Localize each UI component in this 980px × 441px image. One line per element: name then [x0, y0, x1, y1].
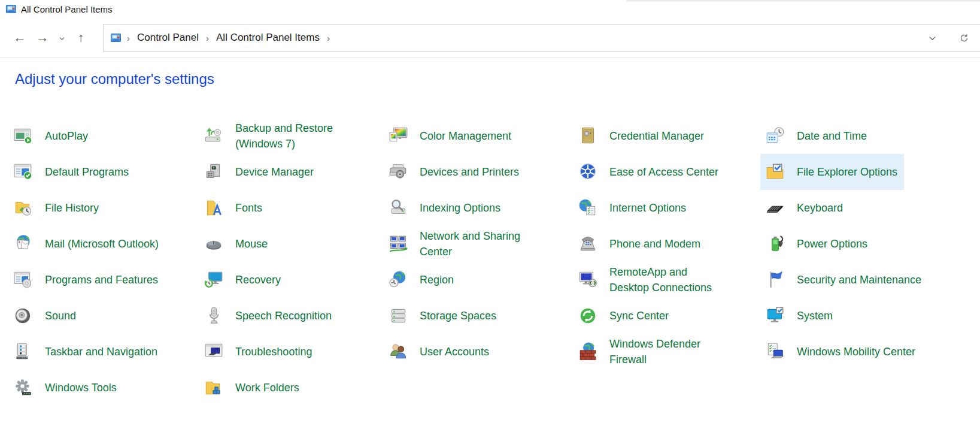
item-label: Date and Time [797, 128, 867, 144]
forward-button[interactable]: → [31, 26, 54, 49]
cp-item-autoplay[interactable]: AutoPlay [8, 118, 199, 154]
recovery-icon [204, 270, 224, 290]
cp-item-programs-and-features[interactable]: Programs and Features [8, 262, 199, 298]
color-management-icon [388, 126, 408, 146]
recent-locations-chevron-icon[interactable] [54, 26, 69, 49]
work-folders-icon [204, 377, 224, 398]
item-label: Devices and Printers [420, 164, 519, 180]
cp-item-windows-defender-firewall[interactable]: Windows Defender Firewall [573, 334, 760, 370]
item-label: Taskbar and Navigation [45, 344, 157, 360]
devices-and-printers-icon [388, 162, 408, 182]
address-dropdown-chevron-icon[interactable] [923, 29, 941, 47]
item-label: Windows Tools [45, 380, 117, 395]
cp-item-system[interactable]: System [760, 298, 904, 334]
cp-item-color-management[interactable]: Color Management [383, 118, 573, 154]
cp-item-windows-mobility-center[interactable]: Windows Mobility Center [760, 334, 904, 370]
cp-item-indexing-options[interactable]: Indexing Options [383, 190, 573, 226]
item-label: Phone and Modem [609, 236, 700, 252]
cp-item-troubleshooting[interactable]: Troubleshooting [199, 334, 383, 370]
cp-item-keyboard[interactable]: Keyboard [760, 190, 904, 226]
item-label: Default Programs [45, 164, 129, 180]
item-label: Backup and Restore (Windows 7) [235, 120, 334, 152]
cp-item-sound[interactable]: Sound [8, 298, 199, 334]
cp-item-work-folders[interactable]: Work Folders [199, 370, 383, 406]
refresh-icon[interactable] [955, 29, 973, 47]
windows-tools-icon [13, 377, 34, 398]
ease-of-access-center-icon [578, 162, 598, 182]
cp-item-backup-and-restore[interactable]: Backup and Restore (Windows 7) [199, 118, 383, 154]
item-label: Color Management [420, 128, 511, 144]
item-label: Work Folders [235, 380, 299, 395]
breadcrumb-chevron-icon[interactable]: › [126, 33, 131, 43]
cp-item-network-and-sharing-center[interactable]: Network and Sharing Center [383, 226, 573, 262]
item-label: Power Options [797, 236, 867, 252]
network-and-sharing-center-icon [388, 234, 408, 254]
user-accounts-icon [388, 342, 408, 362]
breadcrumb-control-panel[interactable]: Control Panel [136, 31, 200, 45]
cp-item-mail[interactable]: Mail (Microsoft Outlook) [8, 226, 199, 262]
item-label: Internet Options [609, 200, 686, 216]
credential-manager-icon [578, 126, 598, 146]
item-label: Fonts [235, 200, 262, 216]
breadcrumb-all-control-panel-items[interactable]: All Control Panel Items [215, 31, 321, 45]
mail-icon [13, 234, 34, 254]
cp-item-file-explorer-options[interactable]: File Explorer Options [760, 154, 904, 190]
item-label: File History [45, 200, 99, 216]
autoplay-icon [13, 126, 34, 146]
item-label: File Explorer Options [797, 164, 897, 180]
remoteapp-and-desktop-connections-icon [578, 270, 598, 290]
address-bar[interactable]: › Control Panel › All Control Panel Item… [103, 24, 980, 52]
cp-item-user-accounts[interactable]: User Accounts [383, 334, 573, 370]
taskbar-and-navigation-icon [13, 342, 34, 362]
file-explorer-options-icon [765, 162, 785, 182]
cp-item-power-options[interactable]: Power Options [760, 226, 904, 262]
phone-and-modem-icon [578, 234, 598, 254]
cp-item-mouse[interactable]: Mouse [199, 226, 383, 262]
navigation-toolbar: ← → ↑ › Control Panel › All Control Pane… [0, 18, 980, 58]
programs-and-features-icon [13, 270, 34, 290]
item-label: System [797, 308, 833, 324]
cp-item-speech-recognition[interactable]: Speech Recognition [199, 298, 383, 334]
cp-item-fonts[interactable]: Fonts [199, 190, 383, 226]
up-button[interactable]: ↑ [69, 26, 92, 49]
cp-item-security-and-maintenance[interactable]: Security and Maintenance [760, 262, 904, 298]
item-label: Sync Center [609, 308, 669, 324]
cp-item-internet-options[interactable]: Internet Options [573, 190, 760, 226]
cp-item-date-and-time[interactable]: Date and Time [760, 118, 904, 154]
item-label: Troubleshooting [235, 344, 312, 360]
item-label: Storage Spaces [420, 308, 496, 324]
cp-item-file-history[interactable]: File History [8, 190, 199, 226]
cp-item-devices-and-printers[interactable]: Devices and Printers [383, 154, 573, 190]
windows-mobility-center-icon [765, 342, 785, 362]
cp-item-sync-center[interactable]: Sync Center [573, 298, 760, 334]
breadcrumb-chevron-icon[interactable]: › [205, 33, 210, 43]
internet-options-icon [578, 198, 598, 218]
cp-item-ease-of-access-center[interactable]: Ease of Access Center [573, 154, 760, 190]
backup-and-restore-icon [204, 126, 224, 146]
cp-item-phone-and-modem[interactable]: Phone and Modem [573, 226, 760, 262]
cp-item-recovery[interactable]: Recovery [199, 262, 383, 298]
page-title: Adjust your computer's settings [15, 71, 980, 87]
cp-item-default-programs[interactable]: Default Programs [8, 154, 199, 190]
control-panel-items-grid: AutoPlay Backup and Restore (Windows 7) … [8, 118, 980, 406]
breadcrumb-chevron-icon[interactable]: › [326, 33, 330, 43]
item-label: Indexing Options [420, 200, 500, 216]
item-label: Windows Mobility Center [797, 344, 915, 360]
cp-item-storage-spaces[interactable]: Storage Spaces [383, 298, 573, 334]
keyboard-icon [765, 198, 785, 218]
file-history-icon [13, 198, 34, 218]
speech-recognition-icon [204, 306, 224, 326]
item-label: Device Manager [235, 164, 314, 180]
cp-item-device-manager[interactable]: Device Manager [199, 154, 383, 190]
cp-item-remoteapp-and-desktop-connections[interactable]: RemoteApp and Desktop Connections [573, 262, 760, 298]
default-programs-icon [13, 162, 34, 182]
fonts-icon [204, 198, 224, 218]
item-label: User Accounts [420, 344, 489, 360]
cp-item-region[interactable]: Region [383, 262, 573, 298]
cp-item-taskbar-and-navigation[interactable]: Taskbar and Navigation [8, 334, 199, 370]
cp-item-windows-tools[interactable]: Windows Tools [8, 370, 199, 406]
indexing-options-icon [388, 198, 408, 218]
titlebar: All Control Panel Items [0, 0, 980, 18]
back-button[interactable]: ← [8, 26, 31, 49]
cp-item-credential-manager[interactable]: Credential Manager [573, 118, 760, 154]
